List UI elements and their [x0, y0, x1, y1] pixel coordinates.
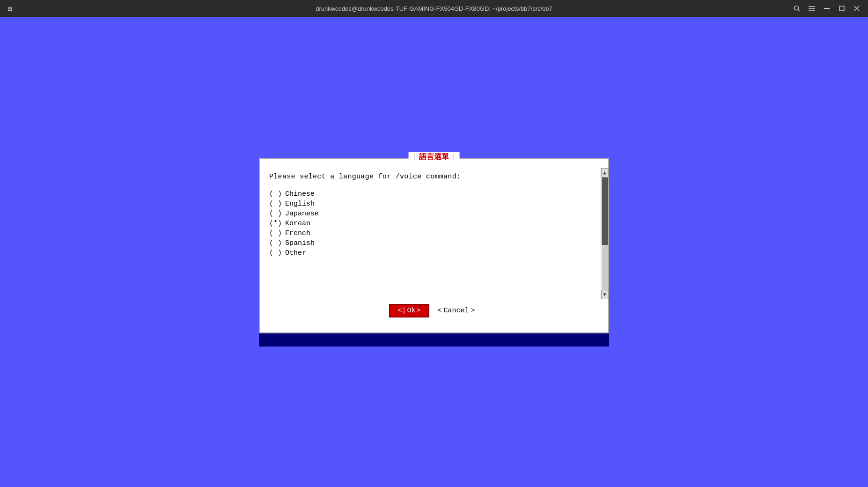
titlebar-title: drunkwcodes@drunkwcodes-TUF-GAMING-FX504…	[316, 5, 552, 12]
svg-rect-6	[839, 6, 844, 11]
radio-indicator-chinese: ( )	[269, 190, 283, 198]
ok-bracket-left: <|	[397, 307, 406, 315]
radio-label-japanese: Japanese	[285, 210, 319, 218]
dialog-box: | 語言選單 | Please select a language for /v…	[259, 158, 609, 333]
dialog-title: 語言選單	[419, 152, 449, 162]
ok-button[interactable]: <| Ok >	[389, 304, 429, 317]
title-line-left: |	[412, 153, 416, 161]
dialog-content-area: Please select a language for /voice comm…	[260, 168, 608, 299]
radio-indicator-japanese: ( )	[269, 210, 283, 218]
titlebar-left: ⊞	[5, 3, 15, 14]
titlebar: ⊞ drunkwcodes@drunkwcodes-TUF-GAMING-FX5…	[0, 0, 868, 17]
app-icon: ⊞	[5, 3, 15, 14]
dialog-outer: | 語言選單 | Please select a language for /v…	[259, 158, 609, 347]
list-item[interactable]: ( ) Other	[269, 249, 594, 257]
radio-label-korean: Korean	[285, 220, 310, 228]
ok-label: Ok	[407, 307, 415, 315]
minimize-button[interactable]	[820, 2, 833, 15]
radio-label-spanish: Spanish	[285, 239, 315, 247]
list-item[interactable]: ( ) French	[269, 229, 594, 237]
scrollbar-up-arrow[interactable]: ▲	[601, 168, 609, 177]
dialog-prompt: Please select a language for /voice comm…	[269, 173, 594, 181]
radio-indicator-french: ( )	[269, 229, 283, 237]
radio-indicator-other: ( )	[269, 249, 283, 257]
list-item[interactable]: ( ) English	[269, 200, 594, 208]
dialog-scrollbar[interactable]: ▲ ▼	[601, 168, 608, 299]
dialog-buttons: <| Ok > < Cancel >	[260, 299, 608, 323]
radio-label-chinese: Chinese	[285, 190, 315, 198]
svg-point-0	[794, 6, 799, 10]
terminal-area: | 語言選單 | Please select a language for /v…	[0, 17, 868, 487]
radio-indicator-english: ( )	[269, 200, 283, 208]
radio-label-other: Other	[285, 249, 306, 257]
radio-indicator-korean: (*)	[269, 220, 283, 228]
cancel-button[interactable]: < Cancel >	[434, 305, 479, 317]
list-item[interactable]: ( ) Japanese	[269, 210, 594, 218]
menu-button[interactable]	[805, 2, 818, 15]
close-button[interactable]	[850, 2, 863, 15]
svg-line-1	[798, 10, 800, 12]
titlebar-controls	[790, 2, 863, 15]
list-item[interactable]: ( ) Chinese	[269, 190, 594, 198]
list-item[interactable]: (*) Korean	[269, 220, 594, 228]
ok-bracket-right: >	[416, 307, 420, 315]
list-item[interactable]: ( ) Spanish	[269, 239, 594, 247]
radio-label-english: English	[285, 200, 315, 208]
dialog-content: Please select a language for /voice comm…	[260, 168, 608, 299]
cancel-label: Cancel	[444, 307, 469, 315]
dialog-titlebar: | 語言選單 |	[409, 152, 460, 162]
cancel-bracket-left: <	[438, 307, 442, 315]
scrollbar-down-arrow[interactable]: ▼	[601, 290, 609, 299]
cancel-bracket-right: >	[471, 307, 475, 315]
radio-indicator-spanish: ( )	[269, 239, 283, 247]
search-button[interactable]	[790, 2, 803, 15]
scrollbar-thumb[interactable]	[602, 177, 608, 245]
radio-label-french: French	[285, 229, 310, 237]
radio-list: ( ) Chinese ( ) English ( ) Japanese (	[269, 190, 594, 257]
dialog-bottom-bar	[259, 333, 609, 347]
scrollbar-track	[602, 177, 608, 290]
title-line-right: |	[452, 153, 456, 161]
maximize-button[interactable]	[835, 2, 848, 15]
